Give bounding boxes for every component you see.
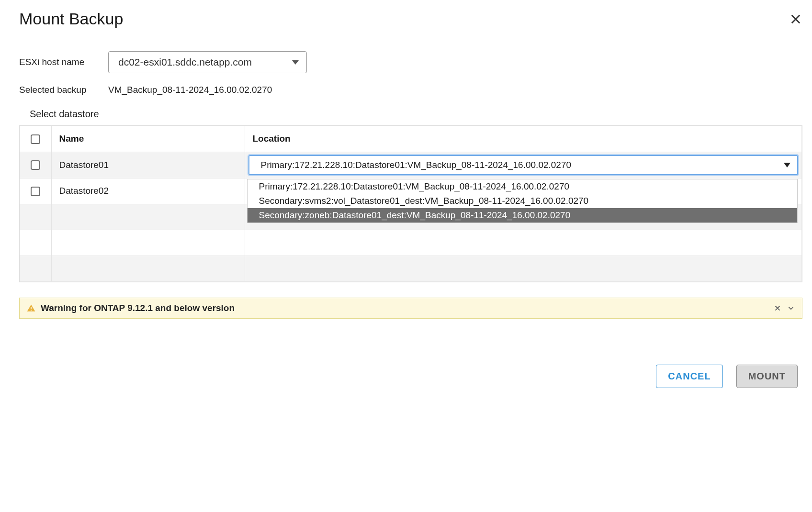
warning-text: Warning for ONTAP 9.12.1 and below versi…: [41, 303, 768, 313]
selected-backup-label: Selected backup: [19, 85, 108, 95]
table-row: Datastore01 Primary:172.21.228.10:Datast…: [20, 152, 802, 178]
mount-button[interactable]: MOUNT: [736, 365, 798, 388]
col-header-location: Location: [245, 126, 802, 152]
location-option[interactable]: Secondary:svms2:vol_Datastore01_dest:VM_…: [248, 194, 798, 208]
location-selected-value: Primary:172.21.228.10:Datastore01:VM_Bac…: [261, 160, 572, 170]
svg-point-0: [31, 310, 32, 311]
location-select[interactable]: Primary:172.21.228.10:Datastore01:VM_Bac…: [248, 155, 799, 175]
row-checkbox[interactable]: [31, 187, 40, 196]
close-icon[interactable]: [789, 12, 802, 26]
dialog-title: Mount Backup: [19, 10, 123, 28]
location-dropdown: Primary:172.21.228.10:Datastore01:VM_Bac…: [247, 179, 798, 223]
warning-close-icon[interactable]: [773, 304, 782, 312]
esxi-host-label: ESXi host name: [19, 57, 108, 67]
select-all-checkbox[interactable]: [31, 134, 40, 144]
warning-icon: [26, 303, 36, 313]
esxi-host-select[interactable]: dc02-esxi01.sddc.netapp.com: [108, 51, 307, 73]
selected-backup-value: VM_Backup_08-11-2024_16.00.02.0270: [108, 85, 272, 95]
location-option[interactable]: Primary:172.21.228.10:Datastore01:VM_Bac…: [248, 179, 798, 194]
chevron-down-icon: [292, 60, 299, 65]
chevron-down-icon: [784, 163, 790, 167]
datastore-table: Name Location Datastore01 Primary:172.21…: [19, 125, 802, 282]
cancel-button[interactable]: CANCEL: [656, 365, 722, 388]
location-option[interactable]: Secondary:zoneb:Datastore01_dest:VM_Back…: [248, 208, 798, 223]
select-datastore-heading: Select datastore: [30, 109, 802, 120]
col-header-name: Name: [51, 126, 245, 152]
datastore-name: Datastore02: [51, 178, 245, 204]
row-checkbox[interactable]: [31, 160, 40, 170]
esxi-host-value: dc02-esxi01.sddc.netapp.com: [118, 56, 252, 68]
datastore-name: Datastore01: [51, 152, 245, 178]
table-row: [20, 230, 802, 256]
warning-expand-icon[interactable]: [787, 304, 795, 312]
warning-banner: Warning for ONTAP 9.12.1 and below versi…: [19, 298, 802, 319]
table-row: [20, 256, 802, 281]
